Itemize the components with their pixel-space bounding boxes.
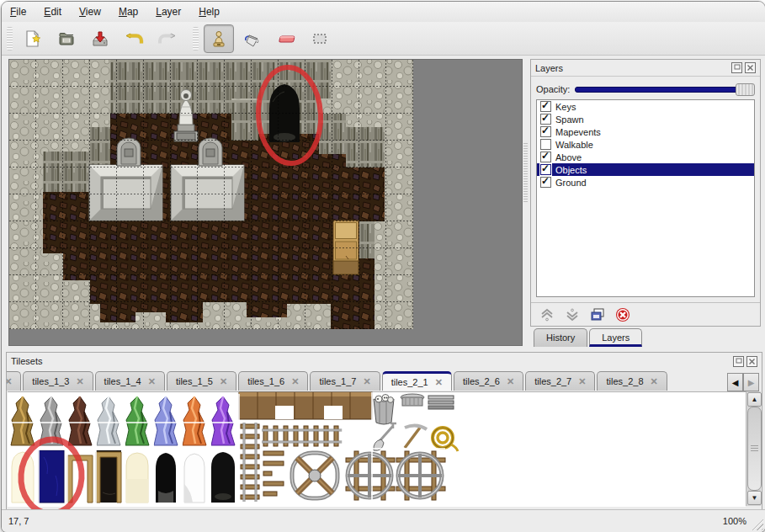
new-map-button[interactable]	[18, 24, 48, 53]
menubar: FileEditViewMapLayerHelp	[2, 2, 765, 22]
tab-label: tiles_2_1	[391, 377, 428, 387]
layer-name: Walkable	[555, 140, 593, 150]
new-file-icon	[23, 29, 43, 49]
tabs-scroll-right-button[interactable]: ▶	[743, 373, 759, 391]
layer-visibility-checkbox[interactable]: ✓	[540, 164, 551, 175]
layer-row-walkable[interactable]: Walkable	[537, 138, 754, 151]
tile-black-cloak[interactable]	[156, 453, 176, 503]
tab-label: tiles_1_3	[32, 376, 69, 386]
tile-barrel-of-skulls[interactable]	[374, 395, 394, 425]
tile-blue-door[interactable]	[39, 450, 64, 503]
close-tab-icon[interactable]: ✕	[435, 377, 443, 388]
close-tab-icon[interactable]: ✕	[7, 376, 12, 387]
duplicate-layer-icon	[589, 306, 606, 323]
menu-help[interactable]: Help	[199, 6, 220, 18]
layer-visibility-checkbox[interactable]: ✓	[540, 101, 551, 112]
raise-layer-button[interactable]	[534, 305, 560, 325]
layer-row-keys[interactable]: ✓Keys	[537, 100, 754, 113]
layer-row-above[interactable]: ✓Above	[537, 151, 754, 163]
opacity-slider[interactable]	[575, 82, 755, 95]
opacity-slider-thumb[interactable]	[736, 83, 755, 96]
tileset-tab-tiles_2_7[interactable]: tiles_2_7✕	[525, 371, 595, 391]
layer-visibility-checkbox[interactable]: ✓	[540, 114, 551, 125]
fill-tool-button[interactable]	[237, 24, 268, 53]
close-panel-icon[interactable]	[746, 356, 757, 367]
toolbar-drag-handle[interactable]	[193, 27, 199, 51]
tab-history[interactable]: History	[534, 328, 587, 347]
scrollbar-thumb[interactable]	[747, 407, 762, 491]
layer-visibility-checkbox[interactable]: ✓	[540, 152, 551, 162]
close-tab-icon[interactable]: ✕	[76, 376, 83, 387]
undo-button[interactable]	[119, 24, 149, 53]
canvas-dock-splitter[interactable]	[523, 59, 529, 346]
tile-wood-planks[interactable]	[239, 392, 372, 419]
layer-row-ground[interactable]: ✓Ground	[537, 176, 754, 189]
zoom-level: 100%	[723, 516, 746, 526]
close-tab-icon[interactable]: ✕	[220, 376, 227, 387]
open-map-button[interactable]	[51, 24, 82, 53]
statusbar: 17, 7 100%	[2, 509, 765, 532]
tile-column-piece[interactable]	[401, 394, 424, 406]
tileset-tab-tiles_1_6[interactable]: tiles_1_6✕	[238, 371, 308, 391]
tab-layers[interactable]: Layers	[589, 328, 642, 347]
tileset-tab-tiles_2_1[interactable]: tiles_2_1✕	[382, 371, 452, 391]
layer-visibility-checkbox[interactable]: ✓	[540, 177, 551, 188]
stamp-tool-button[interactable]	[204, 24, 234, 53]
delete-layer-button[interactable]	[610, 305, 635, 325]
tile-dark-doorway[interactable]	[96, 450, 121, 503]
close-tab-icon[interactable]: ✕	[507, 376, 514, 387]
float-panel-icon[interactable]	[731, 62, 742, 73]
close-tab-icon[interactable]: ✕	[148, 376, 156, 387]
menu-edit[interactable]: Edit	[44, 6, 61, 18]
menu-layer[interactable]: Layer	[156, 6, 181, 18]
scroll-up-button[interactable]: ▲	[747, 392, 762, 407]
tileset-tab-5[interactable]: 5✕	[7, 371, 21, 391]
scroll-down-button[interactable]: ▼	[747, 491, 762, 505]
toolbar-drag-handle[interactable]	[7, 27, 13, 51]
menu-file[interactable]: File	[10, 6, 26, 18]
map-editor-window: FileEditViewMapLayerHelp	[1, 1, 765, 532]
tile-pale-door[interactable]	[126, 453, 148, 503]
menu-view[interactable]: View	[79, 6, 101, 18]
tileset-tab-tiles_1_7[interactable]: tiles_1_7✕	[310, 371, 380, 391]
layer-visibility-checkbox[interactable]	[540, 139, 551, 150]
tile-white-arch[interactable]	[184, 454, 205, 503]
layer-row-mapevents[interactable]: ✓Mapevents	[537, 125, 754, 138]
tab-label: tiles_1_4	[104, 376, 141, 386]
layer-visibility-checkbox[interactable]: ✓	[540, 126, 551, 137]
rect-select-tool-button[interactable]	[305, 24, 335, 53]
tab-label: tiles_2_6	[463, 376, 500, 386]
tabs-scroll-left-button[interactable]: ◀	[727, 373, 743, 391]
tileset-tab-tiles_1_3[interactable]: tiles_1_3✕	[23, 371, 93, 391]
opacity-label: Opacity:	[536, 84, 570, 94]
close-tab-icon[interactable]: ✕	[291, 376, 299, 387]
redo-button[interactable]	[152, 24, 183, 53]
layer-row-spawn[interactable]: ✓Spawn	[537, 113, 754, 125]
tileset-tab-tiles_2_6[interactable]: tiles_2_6✕	[454, 371, 523, 391]
window-resize-grip[interactable]	[752, 519, 763, 530]
tile-metal-bars[interactable]	[428, 396, 454, 409]
lower-layer-button[interactable]	[560, 305, 585, 325]
save-map-button[interactable]	[85, 24, 115, 53]
close-tab-icon[interactable]: ✕	[651, 376, 658, 387]
layer-buttons	[531, 302, 760, 326]
tileset-tab-tiles_1_4[interactable]: tiles_1_4✕	[95, 371, 165, 391]
close-panel-icon[interactable]	[745, 62, 756, 73]
right-dock: Layers Opacity: ✓Keys✓Spawn✓MapeventsWal…	[530, 59, 761, 346]
tileset-view[interactable]	[8, 391, 746, 507]
close-tab-icon[interactable]: ✕	[363, 376, 370, 387]
duplicate-layer-button[interactable]	[585, 305, 610, 325]
tileset-tab-tiles_1_5[interactable]: tiles_1_5✕	[167, 371, 236, 391]
menu-map[interactable]: Map	[119, 6, 138, 18]
save-icon	[90, 29, 110, 49]
tileset-scrollbar[interactable]: ▲ ▼	[746, 391, 761, 506]
map-canvas[interactable]	[8, 59, 523, 346]
delete-layer-icon	[614, 306, 631, 323]
eraser-tool-button[interactable]	[271, 24, 301, 53]
float-panel-icon[interactable]	[733, 356, 744, 367]
tile-cave-entrance[interactable]	[211, 452, 235, 503]
close-tab-icon[interactable]: ✕	[578, 376, 586, 387]
tileset-tab-tiles_2_8[interactable]: tiles_2_8✕	[597, 371, 667, 391]
layer-row-objects[interactable]: ✓Objects	[537, 163, 754, 176]
tab-label: tiles_1_7	[319, 376, 356, 386]
